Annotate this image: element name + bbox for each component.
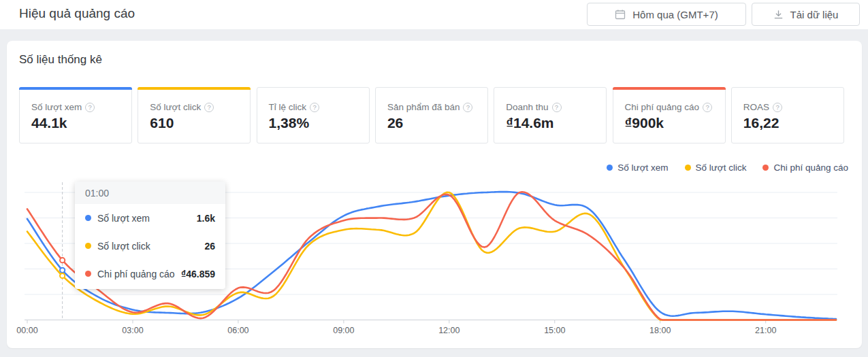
stats-section-title: Số liệu thống kê xyxy=(19,53,102,67)
metric-card-accent xyxy=(19,87,132,90)
metric-card-label-text: Chi phí quảng cáo xyxy=(625,102,700,112)
chart-tooltip: 01:00 Số lượt xem1.6kSố lượt click26Chi … xyxy=(75,182,225,289)
page-title: Hiệu quả quảng cáo xyxy=(19,6,135,21)
metric-card-value: 26 xyxy=(387,115,403,131)
tooltip-row: Số lượt click26 xyxy=(75,232,225,260)
tooltip-series-dot xyxy=(85,271,91,277)
metric-card-accent xyxy=(613,87,726,90)
help-icon[interactable]: ? xyxy=(773,103,782,112)
legend-item[interactable]: Chi phí quảng cáo xyxy=(762,163,848,173)
metric-card-value: 1,38% xyxy=(269,115,310,131)
help-icon[interactable]: ? xyxy=(463,103,472,112)
tooltip-series-dot xyxy=(85,215,91,221)
date-range-label: Hôm qua (GMT+7) xyxy=(632,9,718,20)
metric-card[interactable]: Số lượt xem?44.1k xyxy=(19,87,132,143)
help-icon[interactable]: ? xyxy=(310,103,319,112)
chart-x-label: 18:00 xyxy=(649,326,671,335)
metric-card-accent xyxy=(138,87,251,90)
statistics-panel: Số liệu thống kê Số lượt xem?44.1kSố lượ… xyxy=(7,41,862,348)
chart-x-label: 21:00 xyxy=(755,326,776,335)
tooltip-time: 01:00 xyxy=(75,182,225,204)
legend-item[interactable]: Số lượt click xyxy=(685,163,747,173)
metric-card-label: Chi phí quảng cáo? xyxy=(625,102,713,112)
metric-card-label: ROAS? xyxy=(743,102,782,112)
tooltip-series-value: 26 xyxy=(204,241,215,252)
chart-x-label: 15:00 xyxy=(544,326,565,335)
chart-x-label: 06:00 xyxy=(227,326,248,335)
metric-card-label: Số lượt click? xyxy=(150,102,214,112)
metric-card[interactable]: Doanh thu?₫14.6m xyxy=(494,87,607,143)
metric-card-label-text: ROAS xyxy=(743,102,769,112)
hover-marker xyxy=(60,268,65,273)
tooltip-series-label: Chi phí quảng cáo xyxy=(97,269,175,279)
metric-card-label-text: Số lượt click xyxy=(150,102,201,112)
chart-x-label: 12:00 xyxy=(438,326,460,335)
download-button[interactable]: Tải dữ liệu xyxy=(752,3,860,26)
tooltip-series-dot xyxy=(85,243,91,249)
metric-card-label-text: Tỉ lệ click xyxy=(269,102,307,112)
tooltip-series-label: Số lượt xem xyxy=(97,213,191,224)
metric-card-value: 16,22 xyxy=(743,115,779,131)
help-icon[interactable]: ? xyxy=(85,103,95,112)
tooltip-series-value: 1.6k xyxy=(197,213,215,224)
tooltip-row: Số lượt xem1.6k xyxy=(75,204,225,232)
hover-marker xyxy=(60,258,65,262)
legend-dot xyxy=(607,165,613,171)
legend-dot xyxy=(685,165,691,171)
calendar-icon xyxy=(615,9,626,20)
legend-dot xyxy=(762,165,769,171)
metric-card[interactable]: Chi phí quảng cáo?₫900k xyxy=(613,87,726,143)
metric-card-value: 610 xyxy=(150,115,174,131)
download-icon xyxy=(773,10,784,20)
metric-card[interactable]: Sản phẩm đã bán?26 xyxy=(375,87,488,143)
metric-card-value: ₫14.6m xyxy=(506,115,553,131)
metric-card-label: Số lượt xem? xyxy=(31,102,95,112)
metric-card[interactable]: Tỉ lệ click?1,38% xyxy=(257,87,370,143)
metric-card[interactable]: Số lượt click?610 xyxy=(138,87,251,143)
metric-card-label: Doanh thu? xyxy=(506,102,561,112)
chart-x-label: 09:00 xyxy=(333,326,354,335)
metric-card[interactable]: ROAS?16,22 xyxy=(731,87,844,143)
tooltip-row: Chi phí quảng cáo₫46.859 xyxy=(75,260,225,288)
tooltip-series-value: ₫46.859 xyxy=(181,269,215,279)
metric-card-label-text: Doanh thu xyxy=(506,102,548,112)
legend-label: Chi phí quảng cáo xyxy=(773,163,848,173)
download-label: Tải dữ liệu xyxy=(790,9,839,20)
metric-card-value: ₫900k xyxy=(625,115,664,131)
metric-card-label: Tỉ lệ click? xyxy=(269,102,320,112)
hover-marker xyxy=(60,273,65,278)
legend-label: Số lượt xem xyxy=(617,163,668,173)
help-icon[interactable]: ? xyxy=(204,103,214,112)
metric-card-label: Sản phẩm đã bán? xyxy=(387,102,473,112)
chart-x-label: 00:00 xyxy=(16,326,37,335)
page-header: Hiệu quả quảng cáo Hôm qua (GMT+7) Tải d… xyxy=(0,0,868,29)
tooltip-series-label: Số lượt click xyxy=(97,241,198,252)
date-range-button[interactable]: Hôm qua (GMT+7) xyxy=(587,3,746,26)
legend-label: Số lượt click xyxy=(696,163,747,173)
help-icon[interactable]: ? xyxy=(703,103,712,112)
metric-card-label-text: Sản phẩm đã bán xyxy=(387,102,460,112)
legend-item[interactable]: Số lượt xem xyxy=(607,163,668,173)
help-icon[interactable]: ? xyxy=(552,103,562,112)
metric-card-label-text: Số lượt xem xyxy=(31,102,82,112)
metric-card-value: 44.1k xyxy=(31,115,67,131)
chart-legend: Số lượt xemSố lượt clickChi phí quảng cá… xyxy=(607,162,848,173)
chart-x-label: 03:00 xyxy=(122,326,143,335)
